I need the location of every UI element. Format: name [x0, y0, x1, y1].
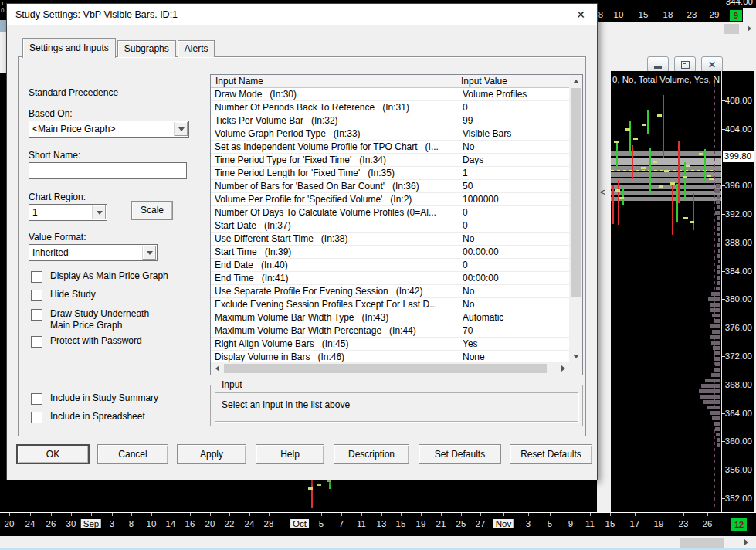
timeline-tick: [190, 513, 191, 516]
table-row[interactable]: Display Volume in Bars (In:46)None: [211, 351, 569, 362]
table-row[interactable]: Volume Graph Period Type (In:33)Visible …: [211, 127, 569, 141]
price-label: 356.00: [725, 465, 752, 474]
timeline-month-oct: Oct: [290, 519, 309, 528]
tab-subgraphs[interactable]: Subgraphs: [117, 40, 176, 57]
scale-button[interactable]: Scale: [131, 201, 173, 220]
timeline-tick: [635, 513, 636, 516]
table-row[interactable]: End Date (In:40)0: [211, 259, 569, 272]
table-row[interactable]: Use Separate Profile For Evening Session…: [211, 285, 569, 298]
volume-profile-bar: [717, 438, 720, 442]
checkbox-hide-study[interactable]: [31, 290, 42, 301]
timeline-label: 8: [129, 519, 134, 528]
scrollbar-corner: [569, 362, 582, 375]
dropdown-arrow-icon[interactable]: [92, 205, 106, 219]
table-row[interactable]: Start Time (In:39)00:00:00: [211, 246, 569, 259]
table-row[interactable]: End Time (In:41)00:00:00: [211, 272, 569, 285]
checkbox-draw-study-underneath[interactable]: [31, 309, 42, 321]
scroll-right-icon[interactable]: [744, 539, 748, 545]
timeline-label: 17: [630, 519, 640, 528]
chart-area[interactable]: 0, No, Total Volume, Yes, N: [611, 71, 721, 512]
checkbox-protect-with-password[interactable]: [31, 336, 42, 348]
scrollbar-thumb[interactable]: [724, 24, 739, 34]
table-row[interactable]: Exclude Evening Session Profiles Except …: [211, 298, 569, 311]
scroll-right-button[interactable]: [557, 362, 569, 375]
left-edge-panel-sliver: [0, 32, 6, 73]
horizontal-scrollbar-bottom[interactable]: [0, 536, 756, 550]
set-defaults-button[interactable]: Set Defaults: [419, 444, 501, 464]
table-row[interactable]: Set as Independent Volume Profile for TP…: [211, 141, 569, 154]
table-row[interactable]: Use Different Start Time (In:38)No: [211, 233, 569, 246]
column-header-input-value[interactable]: Input Value: [456, 75, 507, 87]
candle-bar: [622, 188, 624, 205]
timeline-label: 15: [639, 10, 649, 19]
cell-input-name: Exclude Evening Session Profiles Except …: [211, 298, 456, 311]
price-scale[interactable]: 408.00404.00399.80396.00392.00388.00384.…: [721, 71, 756, 512]
scroll-left-button[interactable]: [211, 362, 223, 375]
checkbox-include-in-study-summary[interactable]: [31, 393, 42, 405]
scroll-down-button[interactable]: [569, 350, 582, 362]
table-row[interactable]: Right Align Volume Bars (In:45)Yes: [211, 338, 569, 351]
tab-alerts[interactable]: Alerts: [178, 40, 215, 57]
table-row[interactable]: Number Of Periods Back To Reference (In:…: [211, 101, 569, 114]
cancel-button[interactable]: Cancel: [97, 444, 168, 464]
scroll-up-button[interactable]: [569, 75, 582, 87]
scrollbar-thumb[interactable]: [680, 538, 724, 548]
column-header-input-name[interactable]: Input Name: [211, 75, 456, 87]
cell-input-name: End Time (In:41): [211, 272, 456, 284]
table-row[interactable]: Maximum Volume Bar Width Type (In:43)Aut…: [211, 311, 569, 324]
table-row[interactable]: Draw Mode (In:30)Volume Profiles: [211, 88, 569, 101]
panel-collapse-arrow-icon[interactable]: <: [600, 187, 605, 198]
scrollbar-thumb[interactable]: [571, 88, 581, 297]
description-button[interactable]: Description: [334, 444, 409, 464]
close-window-button[interactable]: ✕: [701, 56, 723, 73]
ok-button[interactable]: OK: [16, 444, 90, 464]
candle-bar: [632, 145, 633, 179]
table-row[interactable]: Ticks Per Volume Bar (In:32)99: [211, 114, 569, 127]
table-row[interactable]: Start Date (In:37)0: [211, 219, 569, 233]
minimize-button[interactable]: [647, 56, 669, 73]
price-label-partial: 344.00: [726, 0, 753, 6]
apply-button[interactable]: Apply: [177, 444, 246, 464]
table-vertical-scrollbar[interactable]: [569, 75, 582, 362]
table-row[interactable]: Volume Per Profile for 'Specified Volume…: [211, 193, 569, 206]
timeline-tick: [480, 513, 481, 516]
cell-input-name: End Date (In:40): [211, 259, 456, 271]
checkbox-include-in-spreadsheet[interactable]: [31, 412, 42, 423]
timeline-label: 5: [548, 519, 552, 528]
table-horizontal-scrollbar[interactable]: [211, 362, 569, 375]
table-row[interactable]: Time Period Length for 'Fixed Time' (In:…: [211, 167, 569, 180]
scroll-right-icon[interactable]: [748, 25, 751, 32]
tab-settings-and-inputs[interactable]: Settings and Inputs: [22, 38, 116, 58]
countdown-badge: 12: [731, 518, 747, 531]
volume-profile-bar: [717, 227, 720, 231]
cell-input-name: Start Date (In:37): [211, 219, 456, 232]
table-row[interactable]: Maximum Volume Bar Width Percentage (In:…: [211, 324, 569, 338]
dropdown-arrow-icon[interactable]: [174, 122, 188, 136]
study-summary-text: 0, No, Total Volume, Yes, N: [612, 75, 720, 84]
volume-profile-bar: [714, 357, 720, 361]
reset-defaults-button[interactable]: Reset Defaults: [510, 444, 592, 464]
chart-region-select[interactable]: 1: [29, 204, 107, 221]
table-row[interactable]: Time Period Type for 'Fixed Time' (In:34…: [211, 154, 569, 167]
volume-profile-bar: [703, 400, 720, 404]
dialog-titlebar[interactable]: Study Settings: VbP Visible Bars. ID:1: [7, 4, 597, 25]
candle-bar: [647, 110, 649, 134]
scrollbar-thumb[interactable]: [224, 364, 547, 373]
dropdown-arrow-icon[interactable]: [142, 246, 156, 260]
timeline-tick: [401, 513, 402, 516]
checkbox-display-as-main-price-graph[interactable]: [31, 271, 42, 283]
help-button[interactable]: Help: [256, 444, 324, 464]
short-name-input[interactable]: [29, 162, 187, 179]
timeline-label: 14: [166, 519, 176, 528]
time-scale[interactable]: 12 20242630Sep3810141620222428Oct5711131…: [0, 512, 756, 536]
timeline-label: 3: [110, 519, 114, 528]
restore-button[interactable]: [674, 56, 696, 73]
based-on-select[interactable]: <Main Price Graph>: [29, 121, 189, 138]
dialog-close-button[interactable]: ✕: [574, 8, 588, 22]
timeline-tick: [229, 513, 230, 516]
table-row[interactable]: Number Of Days To Calculate Volume Profi…: [211, 206, 569, 219]
horizontal-scrollbar-top[interactable]: [597, 22, 756, 36]
volume-profile-bar: [710, 411, 720, 415]
table-row[interactable]: Number of Bars for 'Based On Bar Count' …: [211, 180, 569, 193]
value-format-select[interactable]: Inherited: [29, 244, 158, 261]
